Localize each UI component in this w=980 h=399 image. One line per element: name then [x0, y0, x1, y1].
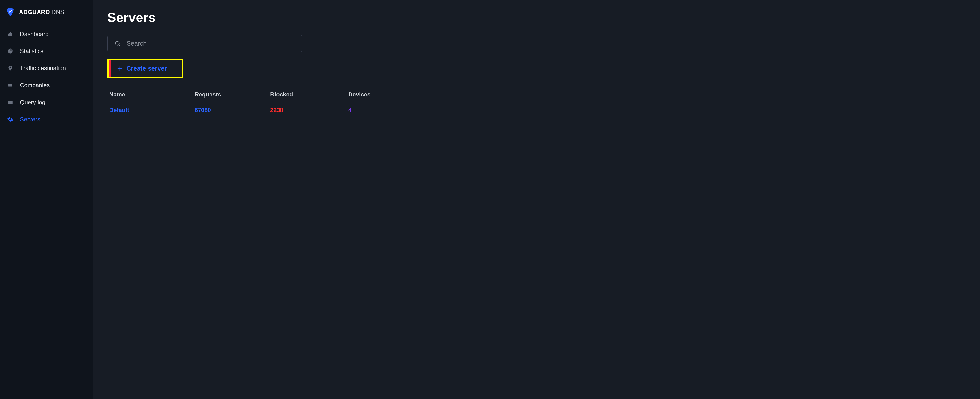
- server-devices-link[interactable]: 4: [348, 107, 352, 113]
- svg-point-0: [10, 67, 11, 68]
- sidebar-item-dashboard[interactable]: Dashboard: [5, 27, 93, 41]
- main-content: Servers Create server Name Requests Bloc…: [93, 0, 980, 399]
- sidebar-item-label: Traffic destination: [20, 65, 66, 71]
- plus-icon: [116, 65, 123, 72]
- search-input[interactable]: [127, 40, 295, 47]
- sidebar-item-servers[interactable]: Servers: [5, 112, 93, 127]
- sidebar: ADGUARD DNS Dashboard Statistics Traffic…: [0, 0, 93, 399]
- search-icon: [115, 40, 121, 47]
- servers-table: Name Requests Blocked Devices Default 67…: [107, 87, 373, 118]
- search-box[interactable]: [107, 35, 302, 52]
- col-header-requests: Requests: [192, 87, 268, 102]
- home-icon: [7, 31, 14, 38]
- page-title: Servers: [107, 10, 966, 25]
- sidebar-item-traffic-destination[interactable]: Traffic destination: [5, 61, 93, 76]
- table-header-row: Name Requests Blocked Devices: [107, 87, 373, 102]
- sidebar-item-label: Statistics: [20, 48, 43, 55]
- sidebar-item-statistics[interactable]: Statistics: [5, 44, 93, 59]
- folder-icon: [7, 99, 14, 106]
- sidebar-item-label: Dashboard: [20, 31, 49, 38]
- gear-icon: [7, 116, 14, 123]
- create-server-button[interactable]: Create server: [109, 60, 182, 77]
- sidebar-item-query-log[interactable]: Query log: [5, 95, 93, 109]
- col-header-blocked: Blocked: [268, 87, 346, 102]
- table-row: Default 67080 2238 4: [107, 102, 373, 118]
- location-pin-icon: [7, 65, 14, 71]
- brand-logo-icon: [5, 7, 15, 17]
- sidebar-item-label: Servers: [20, 116, 40, 123]
- brand-text: ADGUARD DNS: [19, 9, 64, 16]
- server-name-link[interactable]: Default: [109, 107, 129, 113]
- list-icon: [7, 82, 14, 89]
- pie-chart-icon: [7, 48, 14, 55]
- server-requests-link[interactable]: 67080: [195, 107, 211, 113]
- svg-point-3: [115, 41, 119, 45]
- sidebar-item-companies[interactable]: Companies: [5, 78, 93, 93]
- col-header-devices: Devices: [346, 87, 373, 102]
- col-header-name: Name: [107, 87, 192, 102]
- sidebar-item-label: Query log: [20, 99, 45, 106]
- brand[interactable]: ADGUARD DNS: [5, 7, 93, 17]
- create-server-highlight: Create server: [107, 59, 183, 78]
- create-server-label: Create server: [126, 65, 167, 72]
- svg-rect-1: [8, 84, 12, 85]
- sidebar-item-label: Companies: [20, 82, 49, 89]
- server-blocked-link[interactable]: 2238: [270, 107, 283, 113]
- svg-rect-2: [8, 86, 12, 87]
- sidebar-nav: Dashboard Statistics Traffic destination…: [5, 27, 93, 127]
- svg-line-4: [119, 44, 120, 46]
